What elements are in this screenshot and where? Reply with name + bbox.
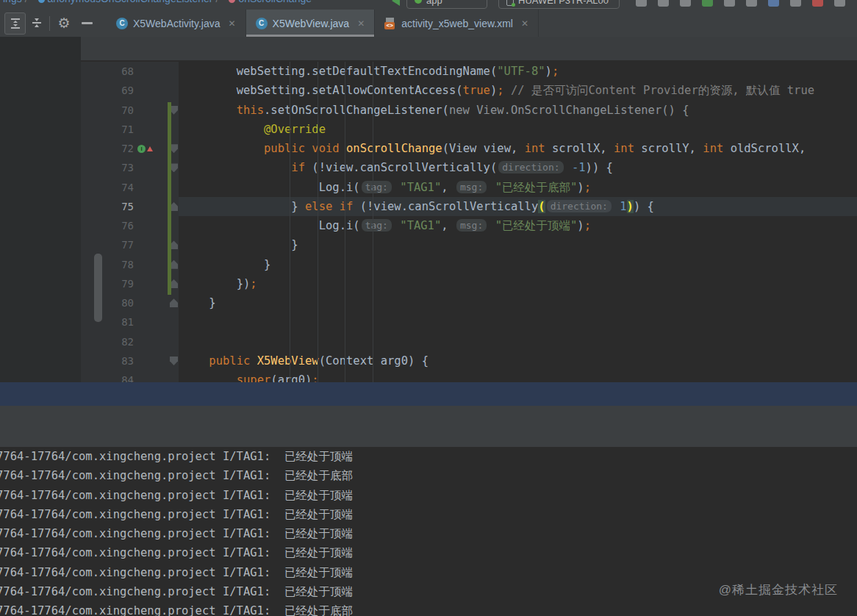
line-number[interactable]: 83 bbox=[81, 355, 134, 367]
line-number[interactable]: 76 bbox=[81, 220, 134, 232]
gutter[interactable]: 82 bbox=[81, 332, 179, 351]
close-tab-icon[interactable]: ✕ bbox=[521, 18, 528, 29]
android-module-icon bbox=[415, 0, 422, 4]
gutter[interactable]: 72I bbox=[81, 139, 179, 158]
gutter[interactable]: 69 bbox=[81, 81, 179, 100]
vcs-change-marker bbox=[168, 102, 171, 296]
line-number[interactable]: 84 bbox=[81, 374, 134, 382]
attach-debugger-icon[interactable] bbox=[658, 0, 669, 7]
line-number[interactable]: 75 bbox=[81, 201, 134, 212]
line-number[interactable]: 74 bbox=[81, 182, 134, 193]
line-number[interactable]: 70 bbox=[81, 104, 134, 116]
line-number[interactable]: 68 bbox=[81, 65, 134, 77]
code-text[interactable]: if (!view.canScrollVertically(direction:… bbox=[179, 158, 857, 177]
stop-icon[interactable] bbox=[812, 0, 823, 7]
tab-x5webview-java[interactable]: C X5WebView.java ✕ bbox=[246, 10, 376, 37]
code-line[interactable]: 80 } bbox=[81, 293, 857, 312]
code-text[interactable]: @Override bbox=[179, 120, 857, 139]
gutter[interactable]: 68 bbox=[81, 62, 179, 81]
build-icon[interactable] bbox=[724, 0, 735, 7]
code-text[interactable]: this.setOnScrollChangeListener(new View.… bbox=[179, 101, 857, 120]
close-tab-icon[interactable]: ✕ bbox=[229, 18, 236, 29]
scrollbar-thumb[interactable] bbox=[94, 254, 102, 322]
gutter[interactable]: 77 bbox=[81, 235, 179, 254]
run-config-label: app bbox=[426, 0, 442, 6]
gutter[interactable]: 74 bbox=[81, 178, 179, 197]
sync-project-icon[interactable] bbox=[702, 0, 713, 7]
gutter[interactable]: 83 bbox=[81, 351, 179, 370]
code-line[interactable]: 72I public void onScrollChange(View view… bbox=[81, 139, 857, 158]
code-text[interactable]: super(arg0); bbox=[179, 370, 857, 382]
breadcrumb[interactable]: ings/anonymousOnScrollChangeListener/onS… bbox=[3, 0, 312, 4]
code-line[interactable]: 73 if (!view.canScrollVertically(directi… bbox=[81, 158, 857, 177]
gutter[interactable]: 70 bbox=[81, 101, 179, 120]
collapse-all-button[interactable] bbox=[28, 12, 46, 33]
logcat-panel-header[interactable] bbox=[0, 382, 857, 406]
code-text[interactable]: public void onScrollChange(View view, in… bbox=[179, 139, 857, 158]
code-text[interactable]: } bbox=[179, 255, 857, 274]
code-text[interactable]: webSetting.setAllowContentAccess(true); … bbox=[179, 81, 857, 100]
gutter[interactable]: 75 bbox=[81, 197, 179, 216]
more-icon[interactable] bbox=[834, 0, 845, 7]
logcat-icon[interactable] bbox=[680, 0, 691, 7]
code-text[interactable]: } else if (!view.canScrollVertically(dir… bbox=[179, 197, 857, 216]
code-line[interactable]: 78 } bbox=[81, 255, 857, 274]
line-number[interactable]: 80 bbox=[81, 297, 134, 309]
code-text[interactable]: public X5WebView(Context arg0) { bbox=[179, 351, 857, 370]
line-number[interactable]: 73 bbox=[81, 162, 134, 173]
code-line[interactable]: 74 Log.i(tag: "TAG1", msg: "已经处于底部"); bbox=[81, 178, 857, 197]
code-line[interactable]: 84 super(arg0); bbox=[81, 370, 857, 382]
code-line[interactable]: 71 @Override bbox=[81, 120, 857, 139]
gutter[interactable]: 73 bbox=[81, 158, 179, 177]
code-editor[interactable]: 68 webSetting.setDefaultTextEncodingName… bbox=[81, 60, 857, 382]
code-text[interactable]: webSetting.setDefaultTextEncodingName("U… bbox=[179, 62, 857, 81]
profiler-icon[interactable] bbox=[746, 0, 757, 7]
tab-x5webactivity-java[interactable]: C X5WebActivity.java ✕ bbox=[107, 10, 246, 37]
code-line[interactable]: 75 } else if (!view.canScrollVertically(… bbox=[81, 197, 857, 216]
code-line[interactable]: 79 }); bbox=[81, 274, 857, 293]
code-line[interactable]: 83 public X5WebView(Context arg0) { bbox=[81, 351, 857, 370]
fold-up-icon[interactable] bbox=[170, 298, 178, 307]
code-text[interactable]: }); bbox=[179, 274, 857, 293]
fold-down-icon[interactable] bbox=[170, 357, 178, 365]
code-line[interactable]: 82 bbox=[81, 332, 857, 351]
code-line[interactable]: 81 bbox=[81, 312, 857, 332]
code-line[interactable]: 76 Log.i(tag: "TAG1", msg: "已经处于顶端"); bbox=[81, 216, 857, 235]
code-text[interactable]: } bbox=[179, 235, 857, 254]
code-text[interactable]: Log.i(tag: "TAG1", msg: "已经处于顶端"); bbox=[179, 216, 857, 235]
code-line[interactable]: 70 this.setOnScrollChangeListener(new Vi… bbox=[81, 101, 857, 120]
line-number[interactable]: 82 bbox=[81, 336, 134, 348]
line-number[interactable]: 78 bbox=[81, 259, 134, 271]
gutter[interactable]: 84 bbox=[81, 370, 179, 382]
line-number[interactable]: 77 bbox=[81, 239, 134, 251]
code-line[interactable]: 77 } bbox=[81, 235, 857, 254]
fold-zone bbox=[170, 312, 179, 332]
log-line: 7764-17764/com.xingcheng.project I/TAG1:… bbox=[0, 563, 857, 582]
breadcrumb-method[interactable]: onScrollChange bbox=[238, 0, 312, 4]
run-config-dropdown[interactable]: app bbox=[406, 0, 487, 9]
device-icon[interactable] bbox=[636, 0, 647, 7]
layout-inspector-icon[interactable] bbox=[768, 0, 779, 7]
settings-button[interactable]: ⚙ bbox=[54, 12, 73, 33]
scroll-to-source-button[interactable] bbox=[4, 12, 26, 35]
overrides-method-icon[interactable]: I bbox=[137, 145, 153, 153]
device-dropdown[interactable]: HUAWEI P3TR-AL00 bbox=[498, 0, 620, 9]
code-line[interactable]: 69 webSetting.setAllowContentAccess(true… bbox=[81, 81, 857, 100]
capture-icon[interactable] bbox=[790, 0, 801, 7]
tab-label: X5WebActivity.java bbox=[133, 18, 220, 29]
code-text[interactable]: Log.i(tag: "TAG1", msg: "已经处于底部"); bbox=[179, 178, 857, 197]
close-tab-icon[interactable]: ✕ bbox=[357, 18, 365, 29]
code-line[interactable]: 68 webSetting.setDefaultTextEncodingName… bbox=[81, 62, 857, 81]
gutter[interactable]: 71 bbox=[81, 120, 179, 139]
tab-activity-x5web-view-xml[interactable]: <> activity_x5web_view.xml ✕ bbox=[375, 10, 539, 37]
code-text[interactable]: } bbox=[179, 293, 857, 312]
line-number[interactable]: 69 bbox=[81, 85, 134, 96]
hide-panel-button[interactable] bbox=[78, 12, 96, 33]
breadcrumb-anonymous-class[interactable]: anonymousOnScrollChangeListener bbox=[48, 0, 213, 4]
gutter[interactable]: 76 bbox=[81, 216, 179, 235]
line-number[interactable]: 72 bbox=[81, 143, 134, 154]
log-line: 7764-17764/com.xingcheng.project I/TAG1:… bbox=[0, 466, 857, 485]
line-number[interactable]: 79 bbox=[81, 278, 134, 290]
line-number[interactable]: 71 bbox=[81, 123, 134, 135]
line-number[interactable]: 81 bbox=[81, 316, 134, 328]
